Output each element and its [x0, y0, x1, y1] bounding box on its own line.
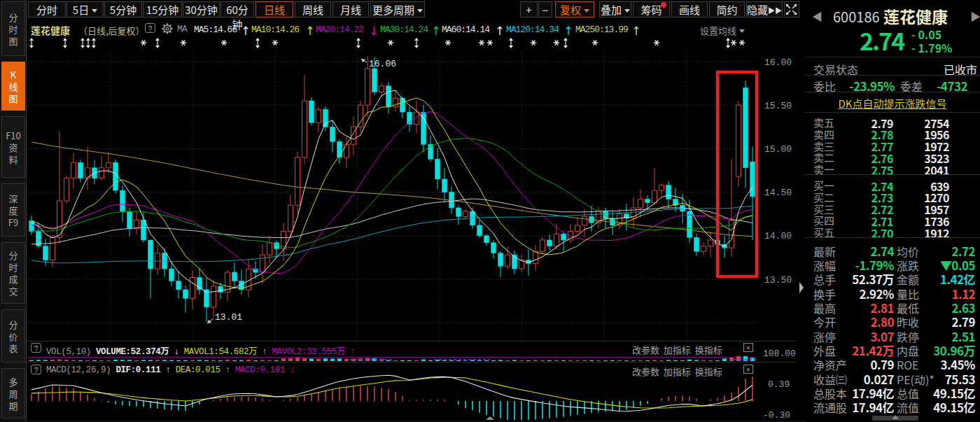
svg-text:15.00: 15.00 — [764, 144, 792, 155]
svg-text:16.06: 16.06 — [369, 59, 396, 69]
svg-text:15.50: 15.50 — [764, 101, 792, 111]
svg-text:14.00: 14.00 — [764, 231, 792, 241]
svg-text:13.01: 13.01 — [215, 312, 242, 323]
svg-text:108.00: 108.00 — [763, 349, 796, 359]
svg-text:-0.30: -0.30 — [763, 410, 790, 421]
svg-text:0.39: 0.39 — [768, 379, 790, 390]
svg-text:16.00: 16.00 — [764, 57, 792, 68]
svg-text:14.50: 14.50 — [764, 188, 792, 198]
svg-text:13.50: 13.50 — [764, 275, 792, 286]
